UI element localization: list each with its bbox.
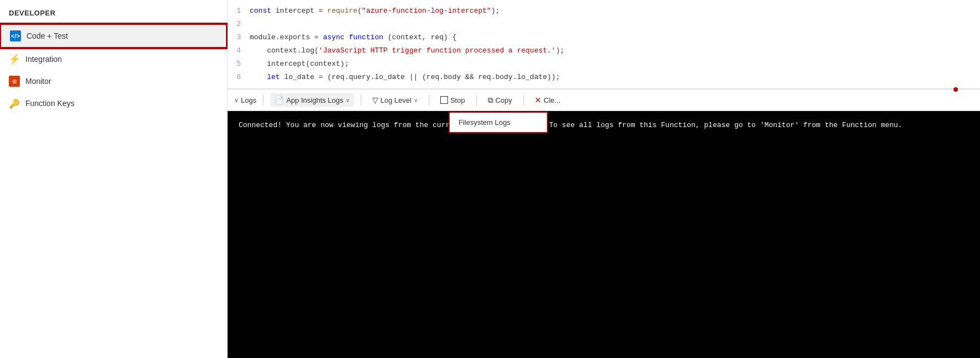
line-number-4: 4 xyxy=(228,45,250,57)
code-text-1: const intercept = require("azure-functio… xyxy=(250,5,500,17)
line-number-1: 1 xyxy=(228,5,250,17)
clear-label: Cle... xyxy=(544,96,560,104)
sidebar-item-integration[interactable]: ⚡ Integration xyxy=(0,48,227,70)
app-insights-logs-label: App Insights Logs xyxy=(286,96,343,104)
log-level-label: Log Level xyxy=(381,96,412,104)
main-content: 1 const intercept = require("azure-funct… xyxy=(228,0,980,358)
toolbar-divider-2 xyxy=(361,94,361,106)
clear-icon: ✕ xyxy=(535,96,541,104)
lightning-icon: ⚡ xyxy=(9,54,20,65)
code-line-5: 5 intercept(context); xyxy=(228,57,980,71)
logs-section-toggle[interactable]: ∨ Logs xyxy=(234,96,256,104)
sidebar-item-function-keys[interactable]: 🔑 Function Keys xyxy=(0,92,227,114)
code-text-4: context.log('JavaScript HTTP trigger fun… xyxy=(250,45,565,57)
filter-icon: ▽ xyxy=(372,96,378,104)
clear-button[interactable]: ✕ Cle... xyxy=(530,93,565,107)
sidebar-item-code-test[interactable]: </> Code + Test xyxy=(0,24,227,48)
log-level-button[interactable]: ▽ Log Level ∨ xyxy=(368,93,422,107)
sidebar-item-label-integration: Integration xyxy=(25,55,62,64)
toolbar-divider-1 xyxy=(263,94,264,106)
sidebar-item-label-function-keys: Function Keys xyxy=(25,99,75,108)
toolbar-divider-3 xyxy=(429,94,429,106)
copy-button[interactable]: ⧉ Copy xyxy=(483,93,517,107)
logs-toolbar: ∨ Logs 📄 App Insights Logs ∨ ▽ Log Level… xyxy=(228,89,980,111)
chevron-down-icon-app: ∨ xyxy=(346,97,350,103)
stop-label: Stop xyxy=(450,96,465,104)
chevron-down-icon: ∨ xyxy=(234,97,239,104)
logs-label: Logs xyxy=(241,96,256,104)
code-line-6: 6 let lo_date = (req.query.lo_date || (r… xyxy=(228,71,980,84)
filesystem-logs-label: Filesystem Logs xyxy=(459,118,510,127)
code-line-1: 1 const intercept = require("azure-funct… xyxy=(228,4,980,18)
stop-button[interactable]: Stop xyxy=(436,94,470,107)
line-number-2: 2 xyxy=(228,18,250,30)
line-number-6: 6 xyxy=(228,71,250,83)
sidebar: Developer </> Code + Test ⚡ Integration … xyxy=(0,0,228,358)
dropdown-item-filesystem[interactable]: Filesystem Logs xyxy=(450,113,547,132)
code-icon: </> xyxy=(10,30,21,41)
sidebar-title: Developer xyxy=(0,4,227,24)
key-icon: 🔑 xyxy=(9,98,20,109)
line-number-5: 5 xyxy=(228,58,250,70)
monitor-icon: ⊞ xyxy=(9,76,20,87)
line-number-3: 3 xyxy=(228,31,250,44)
log-output: Connected! You are now viewing logs from… xyxy=(239,120,969,131)
sidebar-item-label-monitor: Monitor xyxy=(25,77,51,86)
code-text-3: module.exports = async function (context… xyxy=(250,31,457,44)
app-insights-logs-button[interactable]: 📄 App Insights Logs ∨ xyxy=(270,93,354,107)
stop-icon xyxy=(440,96,448,104)
code-text-2 xyxy=(250,18,254,30)
copy-label: Copy xyxy=(496,96,512,104)
toolbar-divider-4 xyxy=(476,94,477,106)
code-line-2: 2 xyxy=(228,18,980,31)
log-source-dropdown: Filesystem Logs xyxy=(449,112,548,133)
sidebar-item-monitor[interactable]: ⊞ Monitor xyxy=(0,70,227,92)
log-console: Connected! You are now viewing logs from… xyxy=(228,111,980,358)
code-text-6: let lo_date = (req.query.lo_date || (req… xyxy=(250,71,560,83)
code-editor: 1 const intercept = require("azure-funct… xyxy=(228,0,980,89)
code-text-5: intercept(context); xyxy=(250,58,349,70)
code-line-3: 3 module.exports = async function (conte… xyxy=(228,31,980,44)
document-icon: 📄 xyxy=(275,96,284,104)
chevron-down-icon-log: ∨ xyxy=(414,97,418,103)
copy-icon: ⧉ xyxy=(488,96,493,105)
toolbar-divider-5 xyxy=(523,94,524,106)
code-line-4: 4 context.log('JavaScript HTTP trigger f… xyxy=(228,44,980,57)
sidebar-item-label-code-test: Code + Test xyxy=(27,31,68,40)
dot-indicator xyxy=(953,87,958,92)
